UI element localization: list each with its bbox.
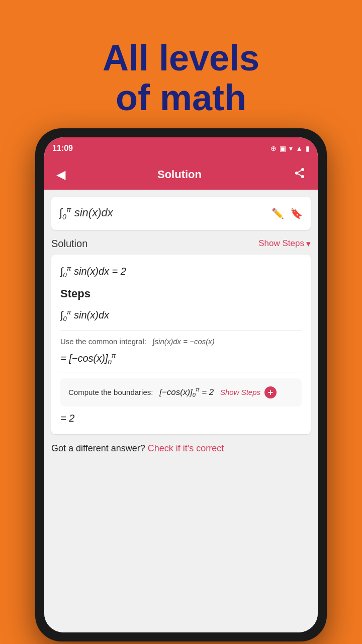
formula-actions: ✏️ 🔖 [272,207,303,219]
sd-card-icon: ▣ [280,144,286,152]
expand-boundaries-button[interactable]: + [264,386,277,398]
battery-icon: ▮ [306,144,310,152]
app-bar: ◀ Solution [44,159,318,190]
final-result: = 2 [60,413,302,424]
back-button[interactable]: ◀ [54,166,67,184]
svg-point-0 [301,168,304,171]
svg-line-3 [298,174,302,176]
signal-icon: ▲ [296,144,303,152]
step1-formula: ∫0π sin(x)dx [60,308,302,323]
edit-icon[interactable]: ✏️ [272,207,284,219]
formula-display: ∫0π sin(x)dx [59,206,113,221]
boundaries-math: [−cos(x)]0π = 2 [157,386,216,398]
solution-label: Solution [51,238,87,250]
svg-point-2 [301,175,304,178]
wifi-icon: ▾ [289,144,293,152]
show-steps-label: Show Steps [258,238,304,249]
formula-card: ∫0π sin(x)dx ✏️ 🔖 [51,197,311,230]
hero-title: All levelsof math [103,38,259,118]
app-bar-title: Solution [157,168,202,181]
step3-result: = [−cos(x)]0π [60,352,302,366]
svg-line-4 [298,171,302,173]
notification-icon: ⊕ [270,144,277,152]
solution-result: ∫0π sin(x)dx = 2 [60,265,302,279]
share-button[interactable] [292,165,308,184]
solution-header: Solution Show Steps ▾ [44,230,318,255]
chevron-down-icon: ▾ [306,238,311,249]
show-steps-button[interactable]: Show Steps ▾ [258,238,311,249]
boundaries-label: Compute the boundaries: [68,388,153,396]
divider-1 [60,331,302,331]
step2-integral: ∫sin(x)dx = −cos(x) [152,337,214,346]
solution-card: ∫0π sin(x)dx = 2 Steps ∫0π sin(x)dx Use … [51,255,311,434]
bottom-question: Got a different answer? Check if it's co… [44,434,318,461]
phone-shell: 11:09 ⊕ ▣ ▾ ▲ ▮ ◀ Solution [35,128,327,641]
content-area: ∫0π sin(x)dx ✏️ 🔖 Solution Show Steps ▾ … [44,190,318,632]
step2-description: Use the common integral: ∫sin(x)dx = −co… [60,337,302,346]
bookmark-icon[interactable]: 🔖 [290,207,303,219]
phone-screen: 11:09 ⊕ ▣ ▾ ▲ ▮ ◀ Solution [44,137,318,632]
status-icons: ⊕ ▣ ▾ ▲ ▮ [270,144,310,152]
status-time: 11:09 [52,144,73,153]
boundaries-card: Compute the boundaries: [−cos(x)]0π = 2 … [60,378,302,407]
divider-2 [60,372,302,372]
steps-title: Steps [60,287,302,300]
svg-point-1 [295,172,298,175]
status-bar: 11:09 ⊕ ▣ ▾ ▲ ▮ [44,137,318,159]
show-steps-small-label[interactable]: Show Steps [220,388,260,396]
step2-text: Use the common integral: [60,337,146,346]
check-correct-link[interactable]: Check if it's correct [148,443,224,453]
different-answer-text: Got a different answer? [51,443,145,453]
